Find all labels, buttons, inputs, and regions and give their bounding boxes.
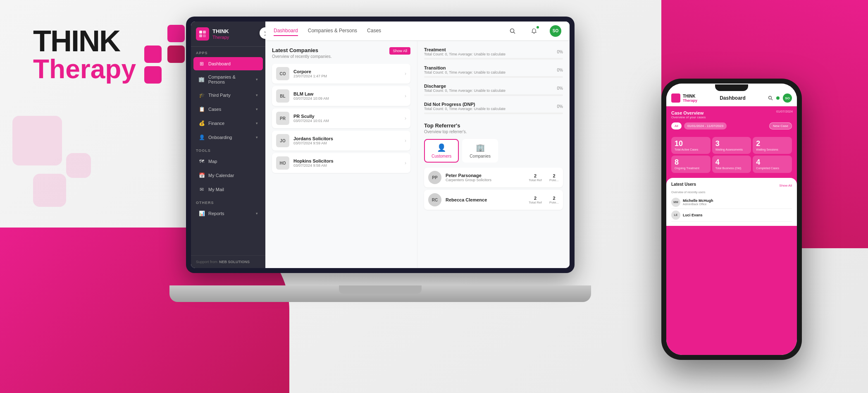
company-item-jordans[interactable]: JO Jordans Solicitors 03/07/2024 9:59 AM… (272, 131, 410, 151)
company-name-corpore: Corpore (293, 69, 401, 74)
sidebar-item-map[interactable]: 🗺 Map (193, 155, 263, 168)
company-chevron-jordans: › (405, 138, 406, 144)
referrer-count-rebecca: 2 Total Ref (529, 196, 542, 204)
logo-dot-1 (144, 25, 162, 42)
sidebar-item-finance-label: Finance (208, 121, 224, 126)
company-item-pr[interactable]: PR PR Scully 03/07/2024 10:01 AM › (272, 108, 410, 128)
company-info-hopkins: Hopkins Solicitors 03/07/2024 9:58 AM (293, 158, 401, 168)
referrer-item-peter[interactable]: PP Peter Parsonage Carpenters Group Soli… (424, 168, 563, 187)
latest-companies-panel: Latest Companies Overview of recently co… (265, 41, 417, 268)
sidebar-item-mail[interactable]: ✉ My Mail (193, 183, 263, 196)
referrer-tab-customers[interactable]: 👤 Customers (424, 139, 459, 163)
svg-point-4 (510, 29, 514, 32)
sidebar-item-reports-label: Reports (208, 211, 224, 216)
dashboard-icon: ⊞ (198, 60, 205, 67)
company-date-jordans: 03/07/2024 9:59 AM (293, 141, 401, 145)
phone-logo-text: THINK Therapy (683, 94, 697, 103)
phone-user-role-mm: Admin/Back Office (683, 203, 792, 206)
sidebar-item-cases[interactable]: 📋 Cases ▾ (193, 103, 263, 116)
stat-discharge: Discharge Total Count: 0, Time Average: … (424, 84, 563, 96)
phone-stat-num-3: 8 (675, 158, 707, 167)
reports-icon: 📊 (198, 210, 205, 217)
company-date-corpore: 23/07/2024 1:47 PM (293, 74, 401, 78)
top-referrers-section: Top Referrer's Overview top referrer's. … (424, 122, 563, 210)
company-item-blm[interactable]: BL BLM Law 03/07/2024 10:09 AM › (272, 86, 410, 106)
sidebar-item-finance[interactable]: 💰 Finance ▾ (193, 117, 263, 130)
top-referrers-title-block: Top Referrer's Overview top referrer's. (424, 122, 467, 134)
phone-latest-users-title: Latest Users (671, 182, 696, 187)
companies-tab-label: Companies (470, 154, 491, 158)
nav-item-companies[interactable]: Companies & Persons (308, 26, 357, 36)
sidebar-item-third-party[interactable]: 🎓 Third Party ▾ (193, 89, 263, 102)
notification-dot (537, 26, 539, 29)
phone-logo: THINK Therapy (671, 93, 697, 103)
sidebar-item-onboarding-label: Onboarding (208, 135, 232, 140)
third-party-chevron-icon: ▾ (256, 93, 258, 97)
sidebar-item-reports[interactable]: 📊 Reports ▾ (193, 207, 263, 220)
top-nav: Dashboard Companies & Persons Cases (265, 22, 570, 41)
stat-dnp-bar (424, 113, 563, 114)
referrer-item-rebecca[interactable]: RC Rebecca Clemence 2 Total Ref (424, 190, 563, 210)
phone-filter-all[interactable]: All (671, 122, 682, 129)
phone-user-avatar[interactable]: SO (783, 93, 792, 103)
phone-stat-biz-old: 4 Total Business (Old) (712, 156, 751, 173)
customers-tab-icon: 👤 (437, 143, 446, 152)
phone-search-icon[interactable] (768, 96, 773, 101)
phone-stat-label-0: Total Active Cases (675, 148, 707, 151)
phone-stat-num-4: 4 (715, 158, 748, 167)
sidebar-item-third-party-label: Third Party (208, 93, 231, 98)
phone-stat-num-0: 10 (675, 139, 707, 148)
onboarding-chevron-icon: ▾ (256, 135, 258, 139)
sidebar-item-cases-label: Cases (208, 107, 221, 112)
bell-icon (531, 28, 537, 34)
referrer-name-peter: Peter Parsonage (446, 173, 525, 178)
sidebar-item-companies[interactable]: 🏢 Companies & Persons ▾ (193, 71, 263, 88)
referrer-count-label-peter: Total Ref (529, 178, 542, 182)
finance-icon: 💰 (198, 120, 205, 127)
phone-user-avatar-mm: MM (671, 198, 680, 207)
svg-rect-3 (203, 34, 206, 37)
logo-think: THINK (33, 26, 136, 56)
show-all-button[interactable]: Show All (389, 47, 410, 55)
svg-point-6 (768, 96, 771, 99)
company-date-hopkins: 03/07/2024 9:58 AM (293, 163, 401, 168)
company-chevron-corpore: › (405, 71, 406, 77)
stat-treatment-title: Treatment (424, 47, 506, 52)
sidebar-item-onboarding[interactable]: 👤 Onboarding ▾ (193, 131, 263, 144)
phone-stat-num-2: 2 (756, 139, 789, 148)
referrer-tab-companies[interactable]: 🏢 Companies (462, 139, 498, 163)
sidebar-item-dashboard[interactable]: ⊞ Dashboard (193, 57, 263, 70)
phone-latest-users-sub: Overview of recently users (671, 191, 792, 194)
phone-user-name-mm: Michelle McHugh (683, 199, 792, 203)
phone-new-case-button[interactable]: New Case (769, 122, 792, 129)
phone-show-all-users[interactable]: Show All (779, 184, 792, 187)
phone-notch (715, 84, 748, 91)
user-avatar[interactable]: SO (550, 25, 561, 37)
phone-stat-label-3: Ongoing Treatment (675, 167, 707, 170)
latest-companies-header: Latest Companies Overview of recently co… (272, 47, 410, 59)
company-item-corpore[interactable]: CO Corpore 23/07/2024 1:47 PM › (272, 64, 410, 84)
logo-therapy: Therapy (33, 56, 136, 82)
think-icon (198, 30, 207, 38)
company-item-hopkins[interactable]: HO Hopkins Solicitors 03/07/2024 9:58 AM… (272, 153, 410, 173)
phone-logo-icon (671, 93, 680, 103)
phone-stat-label-5: Completed Cases (756, 167, 789, 170)
stat-discharge-header: Discharge Total Count: 0, Time Average: … (424, 84, 563, 93)
sidebar-item-calendar[interactable]: 📅 My Calendar (193, 169, 263, 182)
nav-item-dashboard[interactable]: Dashboard (274, 26, 298, 36)
stat-discharge-info-block: Discharge Total Count: 0, Time Average: … (424, 84, 506, 93)
support-label: Support from (196, 260, 217, 264)
main-content: Dashboard Companies & Persons Cases (265, 22, 570, 268)
stat-transition-info-block: Transition Total Count: 0, Time Average:… (424, 65, 506, 74)
notifications-button[interactable] (528, 25, 540, 37)
phone-user-info-mm: Michelle McHugh Admin/Back Office (683, 199, 792, 206)
phone-filter-range[interactable]: 01/01/2024 - 11/07/2023 (684, 122, 727, 129)
laptop-screen-outer: THINK Therapy ❯ APPS ⊞ Dashboard 🏢 Compa… (186, 17, 575, 273)
search-button[interactable] (507, 25, 518, 37)
nav-item-cases[interactable]: Cases (367, 26, 381, 36)
company-date-blm: 03/07/2024 10:09 AM (293, 96, 401, 101)
svg-rect-2 (199, 34, 202, 37)
referrer-count-num-peter: 2 (529, 173, 542, 178)
stat-dnp: Did Not Progress (DNP) Total Count: 0, T… (424, 102, 563, 114)
top-referrers-title: Top Referrer's (424, 122, 467, 129)
